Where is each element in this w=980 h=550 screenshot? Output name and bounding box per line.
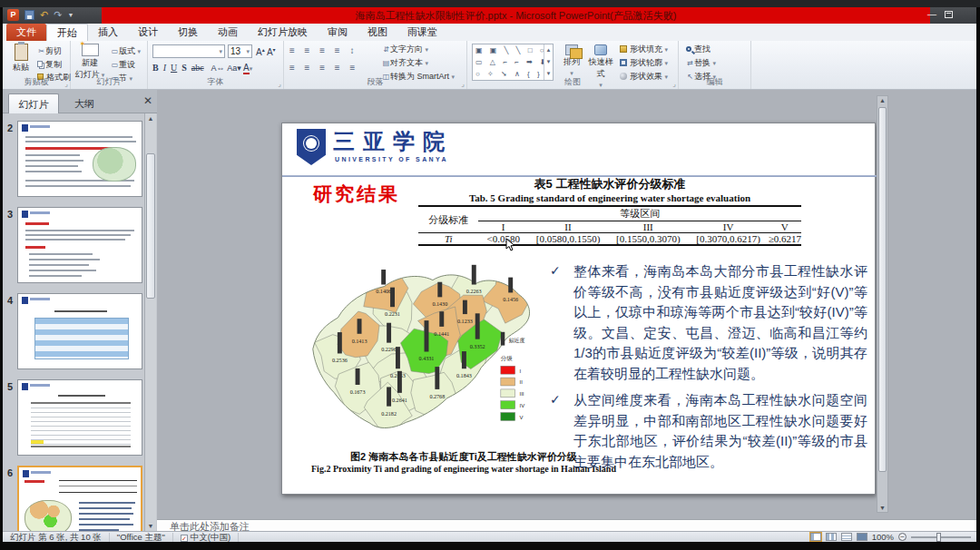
scroll-up-icon[interactable]: ▲ xyxy=(145,115,156,122)
table-header-left: 分级标准 xyxy=(418,206,478,233)
group-editing: 查找 ⇄替换 ▾ ↖选择 ▾ 编辑 xyxy=(679,41,751,89)
tab-slides-thumbnails[interactable]: 幻灯片 xyxy=(8,93,59,113)
save-icon[interactable] xyxy=(24,10,34,20)
minimize-button[interactable]: — xyxy=(927,9,936,19)
findings-bullet-list[interactable]: ✓ 整体来看，海南岛本岛大部分市县工程性缺水评价等级不高，没有市县贴近度评级达到… xyxy=(550,261,867,478)
new-slide-button[interactable]: 新建幻灯片 ▾ xyxy=(74,44,105,81)
drawing-dialog-launcher[interactable]: ⌟ xyxy=(672,80,676,88)
shapes-gallery-scrollbar[interactable]: ▲▼▼ xyxy=(544,44,553,80)
find-button[interactable]: 查找 xyxy=(686,43,716,56)
notes-pane[interactable]: 单击此处添加备注 xyxy=(157,519,976,531)
language-indicator[interactable]: ✓中文(中国) xyxy=(173,533,239,542)
panel-scrollbar-thumb[interactable] xyxy=(146,153,155,299)
font-size-combo[interactable]: 13▾ xyxy=(228,44,252,58)
reset-icon: ▭ xyxy=(111,59,119,72)
slide-area-scrollbar[interactable]: ▲ ▼ xyxy=(877,95,888,513)
shape-fill-button[interactable]: 形状填充 ▾ xyxy=(620,43,668,56)
bullet-item: ✓ 从空间维度来看，海南本岛工程性缺水问题空间差异明显，中部和南部地区工程性缺水… xyxy=(550,390,867,472)
slide-thumbnail-4[interactable] xyxy=(17,293,142,369)
underline-button: U xyxy=(171,63,177,73)
slide-thumbnail-2[interactable] xyxy=(17,121,142,197)
panel-scrollbar[interactable]: ▲ ▼ xyxy=(144,113,156,531)
normal-view-icon[interactable] xyxy=(810,533,821,541)
bold-button: B xyxy=(152,63,159,73)
scrollbar-thumb[interactable] xyxy=(878,107,887,472)
font-name-combo[interactable]: ▾ xyxy=(152,44,225,58)
change-case-button: Aa▾ xyxy=(227,64,241,73)
paragraph-dialog-launcher[interactable]: ⌟ xyxy=(461,80,465,88)
svg-text:0.1843: 0.1843 xyxy=(456,373,472,378)
group-paragraph: ≡ ≡ ≡ ≡ ↕ ≡ ≡ ≡ ≡ ≡ ⇵文字方向 ▾ ▤对齐文本 ▾ ◫转换为… xyxy=(284,41,467,89)
scroll-down-icon[interactable]: ▼ xyxy=(877,505,887,511)
tab-file[interactable]: 文件 xyxy=(6,24,46,41)
undo-icon[interactable]: ↶ xyxy=(40,10,48,20)
reading-view-icon[interactable] xyxy=(841,533,852,541)
scroll-down-icon[interactable]: ▼ xyxy=(145,523,156,529)
svg-text:V: V xyxy=(520,415,524,420)
powerpoint-app-icon[interactable]: P xyxy=(7,9,19,21)
slide-thumbnail-3[interactable] xyxy=(17,207,142,283)
bullet-text: 整体来看，海南岛本岛大部分市县工程性缺水评价等级不高，没有市县贴近度评级达到“好… xyxy=(573,261,867,384)
qat-customize-icon[interactable]: ▼ xyxy=(67,12,74,18)
clipboard-dialog-launcher[interactable]: ⌟ xyxy=(64,80,68,88)
tab-slideshow[interactable]: 幻灯片放映 xyxy=(248,24,318,41)
tab-animations[interactable]: 动画 xyxy=(208,24,248,41)
list-indent-buttons[interactable]: ≡ ≡ ≡ ≡ ↕ xyxy=(289,45,358,55)
panel-close-icon[interactable]: ✕ xyxy=(143,94,152,107)
titlebar: P ↶ ↷ ▼ 海南岛工程性缺水限制性评价.pptx - Microsoft P… xyxy=(3,7,976,24)
slideshow-view-icon[interactable] xyxy=(857,533,867,541)
tab-outline[interactable]: 大纲 xyxy=(63,93,106,113)
section-title: 研究结果 xyxy=(313,182,400,207)
tab-design[interactable]: 设计 xyxy=(128,24,168,41)
redo-icon[interactable]: ↷ xyxy=(54,10,62,20)
shapes-gallery[interactable]: ▣ ▣ ╲ ╲ □ ○ ▭ △ ⌐ ⌐ ➡ ⬇ ○ ✧ ➘ ∧ { } ▲▼▼ xyxy=(472,44,554,81)
restore-button[interactable] xyxy=(945,11,953,18)
font-dialog-launcher[interactable]: ⌟ xyxy=(278,80,281,88)
layout-button[interactable]: ▭版式 ▾ xyxy=(111,44,141,58)
current-slide-canvas[interactable]: 三亚学院 UNIVERSITY OF SANYA 研究结果 表5 工程性缺水评价… xyxy=(281,123,876,495)
shape-icons-row2: ▭ △ ⌐ ⌐ ➡ ⬇ xyxy=(473,56,553,68)
svg-text:0.1673: 0.1673 xyxy=(350,389,366,395)
checkmark-icon: ✓ xyxy=(550,390,573,472)
shape-outline-button[interactable]: 形状轮廓 ▾ xyxy=(620,56,668,70)
tab-home[interactable]: 开始 xyxy=(46,24,88,41)
replace-button[interactable]: ⇄替换 ▾ xyxy=(686,56,716,70)
align-text-button[interactable]: ▤对齐文本 ▾ xyxy=(382,56,455,70)
arrange-button[interactable]: 排列▾ xyxy=(558,44,585,77)
zoom-slider[interactable] xyxy=(911,536,971,538)
slide-number: 4 xyxy=(7,295,13,306)
zoom-level[interactable]: 100% xyxy=(872,532,894,542)
screen-top-border xyxy=(0,0,980,7)
slide-thumbnail-5[interactable] xyxy=(17,379,142,456)
grading-table-block[interactable]: 表5 工程性缺水评价分级标准 Tab. 5 Grading standard o… xyxy=(418,176,801,246)
shape-fill-icon xyxy=(620,45,627,53)
view-and-zoom-controls: 100% − xyxy=(810,532,976,542)
slide-thumbnail-6-selected[interactable] xyxy=(17,466,142,531)
paste-button[interactable]: 粘贴 xyxy=(5,44,36,74)
zoom-slider-handle[interactable] xyxy=(936,533,941,542)
scroll-up-icon[interactable]: ▲ xyxy=(877,97,887,103)
text-direction-button[interactable]: ⇵文字方向 ▾ xyxy=(382,43,455,56)
tab-rain-classroom[interactable]: 雨课堂 xyxy=(397,24,447,41)
hainan-map-figure[interactable]: 0.14060.14300.22630.14560.22310.12330.14… xyxy=(295,255,558,447)
alignment-buttons[interactable]: ≡ ≡ ≡ ≡ ≡ xyxy=(289,63,358,73)
cut-button[interactable]: ✂剪切 xyxy=(37,44,71,58)
slide-sorter-view-icon[interactable] xyxy=(826,533,837,541)
tab-transitions[interactable]: 切换 xyxy=(168,24,208,41)
shape-icons-row1: ▣ ▣ ╲ ╲ □ ○ xyxy=(473,44,553,56)
italic-button: I xyxy=(163,63,166,73)
new-slide-icon xyxy=(82,44,99,56)
svg-text:0.2231: 0.2231 xyxy=(385,311,400,317)
zoom-out-icon[interactable]: − xyxy=(898,533,906,541)
svg-text:IV: IV xyxy=(520,403,525,408)
reset-button[interactable]: ▭重设 xyxy=(111,58,141,72)
font-grow-shrink[interactable]: A▴ A▾ xyxy=(256,46,276,57)
table-title-cn: 表5 工程性缺水评价分级标准 xyxy=(418,176,801,192)
copy-button[interactable]: 复制 xyxy=(37,58,71,71)
font-style-buttons[interactable]: BIUSabc A⇔ Aa▾ A▾ xyxy=(152,63,252,73)
tab-insert[interactable]: 插入 xyxy=(88,24,128,41)
group-clipboard: 粘贴 ✂剪切 复制 格式刷 剪贴板 ⌟ xyxy=(3,41,71,89)
tab-view[interactable]: 视图 xyxy=(358,24,397,41)
svg-text:0.2641: 0.2641 xyxy=(392,398,407,403)
tab-review[interactable]: 审阅 xyxy=(318,24,358,41)
